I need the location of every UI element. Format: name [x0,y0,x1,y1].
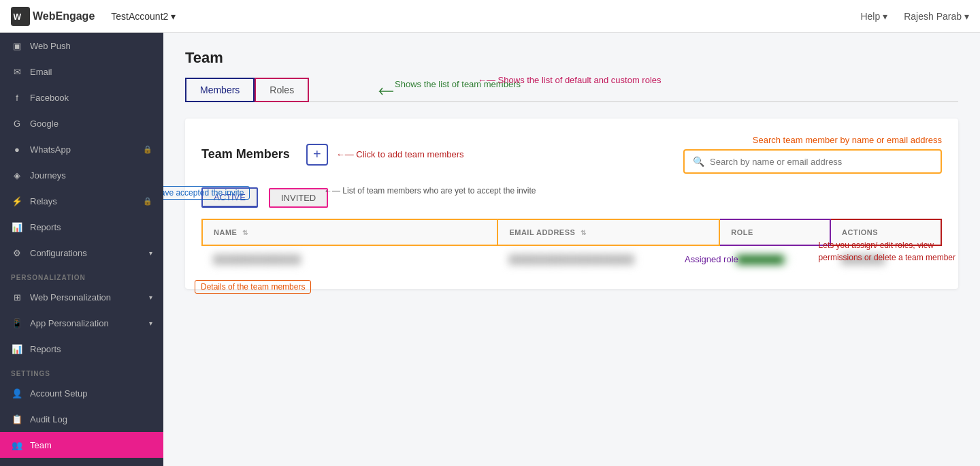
annotation-details: Details of the team members [195,280,311,294]
sidebar-item-facebook[interactable]: f Facebook [0,84,163,110]
sidebar-item-reports-p[interactable]: 📊 Reports [0,336,163,362]
sidebar-item-reports[interactable]: 📊 Reports [0,214,163,240]
cell-name: ██████████████ [202,245,497,273]
chevron-down-icon: ▾ [883,11,887,22]
sidebar-item-team[interactable]: 👥 Team [0,432,163,458]
chevron-icon-wp: ▾ [149,294,152,301]
reports-icon: 📊 [11,221,23,233]
sidebar-item-whatsapp[interactable]: ● WhatsApp 🔒 [0,136,163,162]
settings-section-label: SETTINGS [0,362,163,380]
sidebar-item-web-push[interactable]: ▣ Web Push [0,33,163,59]
search-box[interactable]: 🔍 [683,149,942,174]
col-name: NAME ⇅ [202,219,497,245]
app-personalization-icon: 📱 [11,317,23,329]
annotation-click-add: ←— Click to add team members [336,149,464,159]
web-personalization-icon: ⊞ [11,291,23,303]
facebook-icon: f [11,91,23,104]
search-icon: 🔍 [693,156,704,167]
gear-icon: ⚙ [11,247,23,259]
svg-text:W: W [14,12,22,22]
reports-p-icon: 📊 [11,343,23,355]
team-members-card: Team Members + ←— Click to add team memb… [185,119,958,289]
account-setup-icon: 👤 [11,387,23,399]
cell-role: ████████ [719,245,830,273]
envelope-icon: ✉ [11,65,23,78]
sidebar-item-email[interactable]: ✉ Email [0,59,163,84]
sidebar-item-relays[interactable]: ⚡ Relays 🔒 [0,188,163,214]
cell-actions: ███████ [830,245,941,273]
logo-icon: W [11,7,30,26]
sidebar-item-google[interactable]: G Google [0,110,163,136]
cell-email: ████████████████████ [497,245,719,273]
account-selector[interactable]: TestAccount2 ▾ [111,11,176,22]
sort-icon-email: ⇅ [581,229,587,236]
sort-icon-name: ⇅ [242,229,248,236]
chevron-icon: ▾ [149,249,152,257]
logo: W WebEngage [11,7,95,26]
search-input[interactable] [710,157,914,167]
tab-members[interactable]: Members [185,78,255,102]
whatsapp-icon: ● [11,143,23,155]
table-row: ██████████████ ████████████████████ ████… [202,245,941,273]
sidebar-item-web-personalization[interactable]: ⊞ Web Personalization ▾ [0,284,163,310]
tab-roles[interactable]: Roles [255,78,309,102]
col-role: ROLE [719,219,830,245]
top-nav: W WebEngage TestAccount2 ▾ Help ▾ Rajesh… [0,0,980,33]
member-tab-active[interactable]: ACTIVE [201,187,258,208]
lock-icon: 🔒 [143,145,152,154]
audit-log-icon: 📋 [11,413,23,425]
sidebar-item-account-setup[interactable]: 👤 Account Setup [0,380,163,406]
lock-icon-relays: 🔒 [143,197,152,206]
annotation-search-label: Search team member by name or email addr… [753,135,942,145]
sidebar-item-audit-log[interactable]: 📋 Audit Log [0,406,163,432]
chevron-down-icon: ▾ [171,11,176,22]
member-tab-invited[interactable]: INVITED [269,188,328,208]
user-menu[interactable]: Rajesh Parab ▾ [904,11,969,22]
team-members-table: NAME ⇅ EMAIL ADDRESS ⇅ ROLE AC [201,219,942,273]
sidebar-item-configurations[interactable]: ⚙ Configurations ▾ [0,240,163,266]
google-icon: G [11,117,23,129]
add-member-button[interactable]: + [306,144,328,166]
help-button[interactable]: Help ▾ [860,11,887,22]
sidebar-item-journeys[interactable]: ◈ Journeys [0,162,163,188]
monitor-icon: ▣ [11,40,23,52]
sidebar-item-billing[interactable]: 💳 Billing [0,458,163,466]
col-email: EMAIL ADDRESS ⇅ [497,219,719,245]
annotation-list-invited: ←— List of team members who are yet to a… [324,186,536,196]
personalization-section-label: PERSONALIZATION [0,266,163,284]
main-content: Team Shows the list of team members Memb… [163,33,980,466]
journeys-icon: ◈ [11,169,23,181]
card-title: Team Members [201,147,290,161]
page-title: Team [185,49,958,67]
chevron-icon-ap: ▾ [149,320,152,327]
chevron-down-icon: ▾ [964,11,969,22]
col-actions: ACTIONS [830,219,941,245]
page-tabs: Members Roles [185,78,958,102]
relays-icon: ⚡ [11,195,23,207]
team-icon: 👥 [11,439,23,451]
sidebar-item-app-personalization[interactable]: 📱 App Personalization ▾ [0,310,163,336]
sidebar: ▣ Web Push ✉ Email f Facebook G Google ●… [0,33,163,466]
